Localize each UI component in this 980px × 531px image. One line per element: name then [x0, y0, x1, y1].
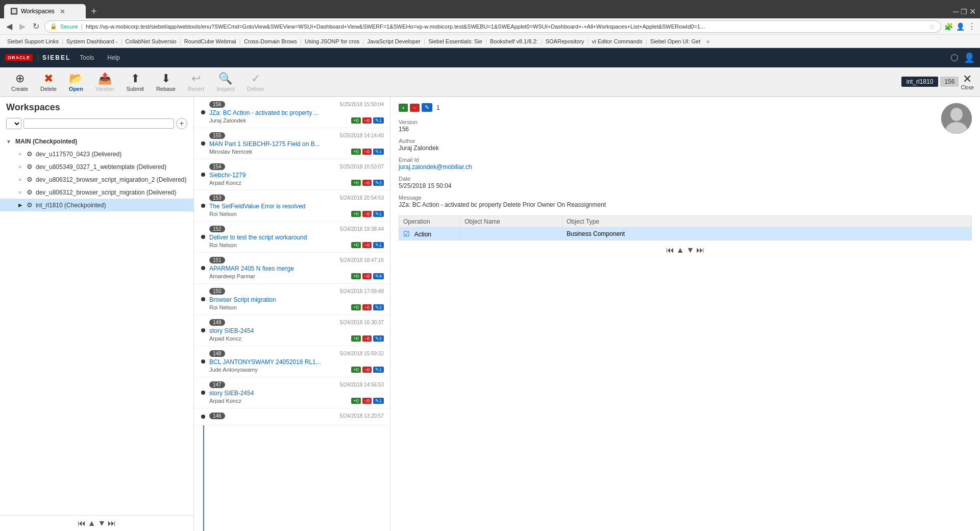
field-email-value[interactable]: juraj.zalondek@mobiliar.ch — [399, 163, 972, 171]
tree-folder-dev1-icon: ⚙ — [27, 150, 33, 158]
window-close-btn[interactable]: ✕ — [969, 7, 976, 16]
tree-nav-up-btn[interactable]: ▲ — [88, 519, 96, 528]
user-icon[interactable]: 👤 — [964, 52, 975, 63]
timeline-item-147[interactable]: 147 5/24/2018 14:56:53 story SIEB-2454 A… — [194, 377, 390, 408]
forward-btn[interactable]: ▶ — [17, 20, 28, 32]
field-date-label: Date — [399, 176, 972, 182]
timeline-dot-150 — [201, 297, 205, 301]
bookmark-soarepo[interactable]: SOARepository — [543, 37, 587, 45]
tree-expand-dev2-icon: ○ — [18, 164, 23, 170]
restore-btn[interactable]: ❐ — [961, 8, 967, 16]
bookmark-siebel-ess[interactable]: Siebel Essentials: Sie — [425, 37, 485, 45]
tree-item-int-rl1810[interactable]: ▶ ⚙ int_rl1810 (Checkpointed) — [0, 199, 193, 211]
right-remove-icon[interactable]: − — [410, 104, 419, 112]
timeline-author-154: Arpad Koncz — [209, 180, 241, 186]
filter-select[interactable] — [6, 118, 21, 129]
timeline-badge-151: 151 — [209, 257, 225, 263]
tree-item-dev4[interactable]: ○ ⚙ dev_u806312_browser_script_migration… — [0, 186, 193, 199]
tree-nav-first-btn[interactable]: ⏮ — [78, 519, 86, 528]
version-icon: 📤 — [98, 72, 112, 85]
bookmark-siebel-open[interactable]: Siebel Open UI: Get — [647, 37, 703, 45]
field-date-value: 5/25/2018 15 50:04 — [399, 182, 972, 189]
rebase-label: Rebase — [156, 86, 176, 92]
right-nav-up-btn[interactable]: ▲ — [676, 246, 684, 255]
bookmark-roundcube[interactable]: RoundCube Webmai — [181, 37, 239, 45]
delete-button[interactable]: ✖ Delete — [35, 70, 62, 94]
rebase-button[interactable]: ⬇ Rebase — [151, 70, 181, 94]
tree-expand-dev3-icon: ○ — [18, 177, 23, 182]
tree-item-dev2[interactable]: ○ ⚙ dev_u805349_0327_1_webtemplate (Deli… — [0, 160, 193, 173]
tree-item-main[interactable]: ▼ MAIN (Checkpointed) — [0, 135, 193, 148]
timeline-date-153: 5/24/2018 20:54:53 — [340, 195, 384, 201]
active-tab[interactable]: 🔲 Workspaces ✕ — [4, 4, 86, 18]
tree-item-main-label: MAIN (Checkpointed) — [15, 138, 77, 145]
right-nav-down-btn[interactable]: ▼ — [687, 246, 695, 255]
bookmark-jsonp[interactable]: Using JSONP for cros — [302, 37, 362, 45]
inspect-label: Inspect — [216, 86, 234, 92]
timeline-item-154[interactable]: 154 5/25/2018 10:53:07 Siebchr-1279 Arpa… — [194, 159, 390, 190]
address-input[interactable] — [86, 23, 926, 30]
extensions-icon[interactable]: 🧩 — [944, 22, 953, 31]
col-object-type: Object Type — [562, 216, 972, 228]
timeline-item-152[interactable]: 152 5/24/2018 19:38:44 Deliver to test t… — [194, 222, 390, 253]
workspace-close-area: int_rl1810 156 ✕ Close — [901, 74, 974, 90]
create-button[interactable]: ⊕ Create — [6, 70, 33, 94]
cube-icon[interactable]: ⬡ — [950, 52, 959, 63]
bookmark-bookshelf[interactable]: Bookshelf v8.1/8.2: — [487, 37, 541, 45]
timeline-date-156: 5/25/2018 15:50:04 — [340, 102, 384, 107]
tree-folder-dev3-icon: ⚙ — [27, 176, 33, 183]
profile-icon[interactable]: 👤 — [956, 22, 965, 31]
timeline-item-155[interactable]: 155 5/25/2018 14:14:40 MAN Part 1 SIEBCH… — [194, 128, 390, 159]
bookmark-system-dashboard[interactable]: System Dashboard - — [63, 37, 120, 45]
menu-help[interactable]: Help — [103, 52, 124, 63]
timeline-author-149: Arpad Koncz — [209, 335, 241, 342]
tree-item-dev3[interactable]: ○ ⚙ dev_u806312_browser_script_migaratio… — [0, 173, 193, 186]
timeline-item-150[interactable]: 150 5/24/2018 17:09:48 Browser Script mi… — [194, 284, 390, 315]
workspace-close-button[interactable]: ✕ Close — [961, 74, 974, 90]
right-nav-first-btn[interactable]: ⏮ — [666, 246, 674, 255]
timeline-item-148[interactable]: 148 5/24/2018 15:59:32 BCL JANTONYSWAMY … — [194, 346, 390, 377]
timeline-item-151[interactable]: 151 5/24/2018 18:47:16 APARMAR 2405 N fi… — [194, 253, 390, 284]
tree-nav-down-btn[interactable]: ▼ — [98, 519, 106, 528]
submit-button[interactable]: ⬆ Submit — [121, 70, 149, 94]
bookmark-collabnet[interactable]: CollabNet Subversio — [122, 37, 179, 45]
row-checkbox-icon[interactable]: ☑ — [403, 230, 410, 238]
bookmark-js-dev[interactable]: JavaScript Developer — [364, 37, 424, 45]
tab-close-btn[interactable]: ✕ — [60, 8, 65, 15]
address-bar-row: ◀ ▶ ↻ 🔒 Secure | ☆ 🧩 👤 ⋮ — [0, 18, 980, 35]
timeline-dot-146 — [201, 415, 205, 419]
timeline-badge-150: 150 — [209, 288, 225, 295]
rebase-icon: ⬇ — [161, 72, 170, 85]
timeline-title-151: APARMAR 2405 N fixes merge — [209, 265, 384, 272]
right-panel: + − ✎ 1 Version 156 Author Juraj Zalonde… — [390, 97, 980, 531]
open-button[interactable]: 📂 Open — [64, 70, 88, 94]
tree-folder-dev4-icon: ⚙ — [27, 188, 33, 196]
menu-icon[interactable]: ⋮ — [968, 21, 976, 31]
tree-expand-dev4-icon: ○ — [18, 189, 23, 195]
bm-more[interactable]: » — [703, 37, 713, 45]
timeline-item-156[interactable]: 156 5/25/2018 15:50:04 JZa: BC Action - … — [194, 97, 390, 128]
back-btn[interactable]: ◀ — [4, 20, 14, 32]
bookmark-star-icon[interactable]: ☆ — [929, 22, 936, 31]
menu-tools[interactable]: Tools — [76, 52, 98, 63]
timeline-item-153[interactable]: 153 5/24/2018 20:54:53 The SetFieldValue… — [194, 190, 390, 222]
tree-nav-last-btn[interactable]: ⏭ — [108, 519, 116, 528]
timeline-item-149[interactable]: 149 5/24/2018 16:30:37 story SIEB-2454 A… — [194, 315, 390, 346]
bookmark-vi-editor[interactable]: vi Editor Commands — [589, 37, 646, 45]
tree-item-dev1[interactable]: ○ ⚙ dev_u117570_0423 (Delivered) — [0, 148, 193, 160]
right-nav-last-btn[interactable]: ⏭ — [696, 246, 704, 255]
right-edit-icon[interactable]: ✎ — [422, 103, 432, 112]
timeline-item-146[interactable]: 146 5/24/2018 13:20:57 — [194, 408, 390, 425]
reload-btn[interactable]: ↻ — [31, 20, 41, 32]
new-tab-btn[interactable]: + — [88, 6, 100, 17]
filter-input[interactable] — [23, 118, 174, 129]
minimize-btn[interactable]: ─ — [953, 7, 959, 16]
bookmark-siebel-support[interactable]: Siebel Support Links — [4, 37, 62, 45]
timeline-badge-152: 152 — [209, 226, 225, 232]
table-row-1[interactable]: ☑ Action Business Component — [399, 228, 972, 240]
right-add-icon[interactable]: + — [399, 104, 408, 112]
bookmark-cross-domain[interactable]: Cross-Domain Brows — [241, 37, 300, 45]
field-message: Message JZa: BC Action - activated bc pr… — [399, 195, 972, 208]
main-layout: Workspaces + ▼ MAIN (Checkpointed) ○ ⚙ d… — [0, 97, 980, 531]
filter-add-button[interactable]: + — [176, 118, 187, 129]
